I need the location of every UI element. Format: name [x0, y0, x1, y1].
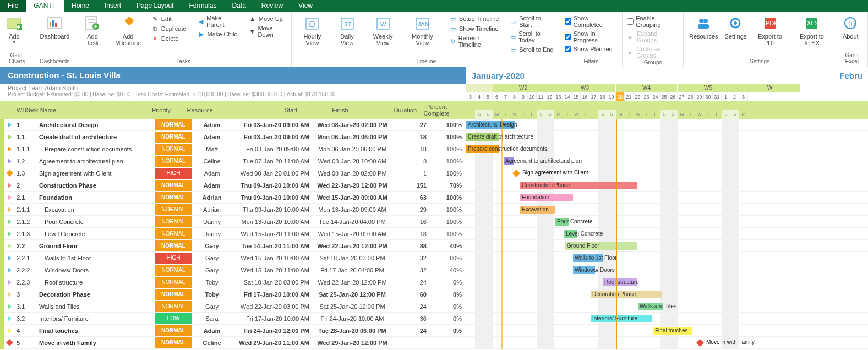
row-handle[interactable] — [0, 179, 4, 192]
task-row[interactable]: 2Construction PhaseNORMALAdamThu 09-Jan-… — [0, 179, 466, 192]
task-row[interactable]: 2.2Ground FloorNORMALGaryTue 14-Jan-20 1… — [0, 240, 466, 252]
task-row[interactable]: 3Decoration PhaseNORMALTobyFri 17-Jan-20… — [0, 288, 466, 300]
enable-grouping-checkbox[interactable]: Enable Grouping — [625, 14, 681, 29]
expand-groups-button[interactable]: ▸Expand Groups — [625, 30, 681, 44]
task-row[interactable]: 5Move in with FamilyNORMALCelineWed 29-J… — [0, 337, 466, 349]
gantt-bar[interactable]: Pour Concrete — [555, 218, 569, 226]
gantt-bar[interactable]: Architectural Design — [466, 121, 515, 129]
task-row[interactable]: 1Architectural DesignNORMALAdamFri 03-Ja… — [0, 119, 466, 131]
show-progress-checkbox[interactable]: Show In Progress — [563, 30, 620, 44]
milestone-diamond[interactable] — [696, 339, 704, 347]
gantt-bar[interactable]: Walls to 1st Floor — [573, 254, 603, 262]
row-handle[interactable] — [0, 131, 4, 143]
task-row[interactable]: 1.3Sign agreement with ClientHIGHAdamWed… — [0, 167, 466, 179]
row-handle[interactable] — [0, 264, 4, 276]
task-row[interactable]: 3.2Interiors/ FurnitureLOWSaraFri 17-Jan… — [0, 313, 466, 325]
row-handle[interactable] — [0, 216, 4, 228]
show-planned-checkbox[interactable]: Show Planned — [563, 45, 620, 53]
resources-button[interactable]: Resources — [686, 13, 722, 41]
scroll-start-button[interactable]: ▭Scroll to Start — [507, 14, 558, 29]
hourly-view-button[interactable]: Hourly View — [294, 13, 331, 47]
gantt-bar[interactable]: Ground Floor — [565, 242, 637, 250]
row-handle[interactable] — [0, 300, 4, 313]
task-row[interactable]: 2.1.1ExcavationNORMALAdrianThu 09-Jan-20… — [0, 204, 466, 216]
export-xlsx-button[interactable]: XLSXExport to XLSX — [790, 13, 834, 47]
row-handle[interactable] — [0, 204, 4, 216]
task-row[interactable]: 1.2Agreement to architectural planNORMAL… — [0, 155, 466, 167]
gantt-bar[interactable]: Interiors/ Furniture — [591, 315, 652, 322]
refresh-timeline-button[interactable]: ↻Refresh Timeline — [447, 34, 503, 48]
about-button[interactable]: ⓘAbout — [838, 13, 862, 41]
scroll-today-button[interactable]: ▭Scroll to Today — [507, 30, 558, 44]
gantt-chart[interactable]: Architectural DesignCreate draft of arch… — [466, 119, 868, 349]
gantt-bar[interactable]: Construction Phase — [520, 182, 637, 189]
setup-timeline-button[interactable]: ▭Setup Timeline — [447, 14, 503, 23]
settings-button[interactable]: Settings — [722, 13, 750, 41]
move-up-button[interactable]: ▲Move Up — [247, 14, 289, 23]
row-handle[interactable] — [0, 143, 4, 155]
gantt-bar[interactable]: Prepare construction documents — [466, 145, 499, 153]
edit-button[interactable]: ✎Edit — [149, 14, 189, 23]
tab-view[interactable]: View — [291, 0, 320, 12]
make-child-button[interactable]: ▶Make Child — [195, 30, 240, 39]
row-handle[interactable] — [0, 228, 4, 240]
collapse-groups-button[interactable]: ▸Collapse Groups — [625, 45, 681, 59]
make-parent-button[interactable]: ◀Make Parent — [195, 14, 240, 29]
task-row[interactable]: 2.1.3Level ConcreteNORMALDannyWed 15-Jan… — [0, 228, 466, 240]
tab-data[interactable]: Data — [224, 0, 253, 12]
gantt-bar[interactable]: Foundation — [520, 194, 573, 201]
row-handle[interactable] — [0, 192, 4, 204]
tab-page-layout[interactable]: Page Layout — [129, 0, 181, 12]
gantt-bar[interactable]: Agreement to architectural plan — [504, 157, 514, 165]
task-row[interactable]: 2.1.2Pour ConcreteNORMALDannyMon 13-Jan-… — [0, 216, 466, 228]
move-down-button[interactable]: ▼Move Down — [247, 24, 289, 39]
gantt-bar[interactable]: Create draft of architecture — [466, 133, 499, 141]
task-row[interactable]: 4Final touchesNORMALAdamFri 24-Jan-20 12… — [0, 325, 466, 337]
gantt-bar[interactable]: Windows/ Doors — [573, 266, 595, 274]
task-row[interactable]: 2.1FoundationNORMALAdrianThu 09-Jan-20 1… — [0, 192, 466, 204]
dashboard-button[interactable]: Dashboard — [36, 13, 73, 41]
row-handle[interactable] — [0, 167, 4, 179]
add-button[interactable]: Add▾ — [2, 13, 26, 46]
show-timeline-button[interactable]: ▭Show Timeline — [447, 24, 503, 33]
gantt-bar[interactable]: Level Concrete — [564, 230, 577, 238]
tab-gantt[interactable]: GANTT — [26, 0, 64, 12]
row-handle[interactable] — [0, 288, 4, 300]
group-gantt-excel: Gantt Excel — [838, 52, 865, 65]
row-handle[interactable] — [0, 313, 4, 325]
gantt-bar[interactable]: Decoration Phase — [591, 291, 662, 298]
row-handle[interactable] — [0, 240, 4, 252]
tab-review[interactable]: Review — [254, 0, 291, 12]
gantt-bar[interactable]: Roof structure — [603, 278, 637, 286]
task-row[interactable]: 2.2.2Windows/ DoorsNORMALGaryWed 15-Jan-… — [0, 264, 466, 276]
delete-button[interactable]: ✕Delete — [149, 34, 189, 43]
export-pdf-button[interactable]: PDFExport to PDF — [750, 13, 790, 47]
row-handle[interactable] — [0, 155, 4, 167]
row-handle[interactable] — [0, 119, 4, 131]
task-row[interactable]: 1.1Create draft of architectureNORMALAda… — [0, 131, 466, 143]
daily-view-button[interactable]: 27Daily View — [331, 13, 364, 47]
add-task-button[interactable]: Add Task — [78, 13, 107, 47]
tab-formulas[interactable]: Formulas — [181, 0, 224, 12]
task-row[interactable]: 2.2.1Walls to 1st FloorHIGHGaryWed 15-Ja… — [0, 252, 466, 264]
task-row[interactable]: 1.1.1Prepare construction documentsNORMA… — [0, 143, 466, 155]
gantt-bar[interactable]: Excavation — [520, 206, 555, 214]
tab-home[interactable]: Home — [64, 0, 97, 12]
tab-file[interactable]: File — [0, 0, 26, 12]
task-row[interactable]: 3.1Walls and TilesNORMALGaryWed 22-Jan-2… — [0, 300, 466, 313]
show-completed-checkbox[interactable]: Show Completed — [563, 14, 620, 29]
task-row[interactable]: 2.2.3Roof structureNORMALTobySat 18-Jan-… — [0, 276, 466, 288]
add-milestone-button[interactable]: Add Milestone — [107, 13, 149, 47]
gantt-bar[interactable]: Walls and Tiles — [638, 303, 663, 310]
tab-insert[interactable]: Insert — [97, 0, 129, 12]
row-handle[interactable] — [0, 325, 4, 337]
duplicate-button[interactable]: ⧉Duplicate — [149, 24, 189, 33]
milestone-diamond[interactable] — [512, 169, 520, 177]
row-handle[interactable] — [0, 252, 4, 264]
monthly-view-button[interactable]: JANMonthly View — [402, 13, 443, 47]
weekly-view-button[interactable]: WWeekly View — [363, 13, 402, 47]
row-handle[interactable] — [0, 337, 4, 349]
gantt-bar[interactable]: Final touches — [653, 327, 692, 335]
row-handle[interactable] — [0, 276, 4, 288]
scroll-end-button[interactable]: ▭Scroll to End — [507, 45, 558, 54]
